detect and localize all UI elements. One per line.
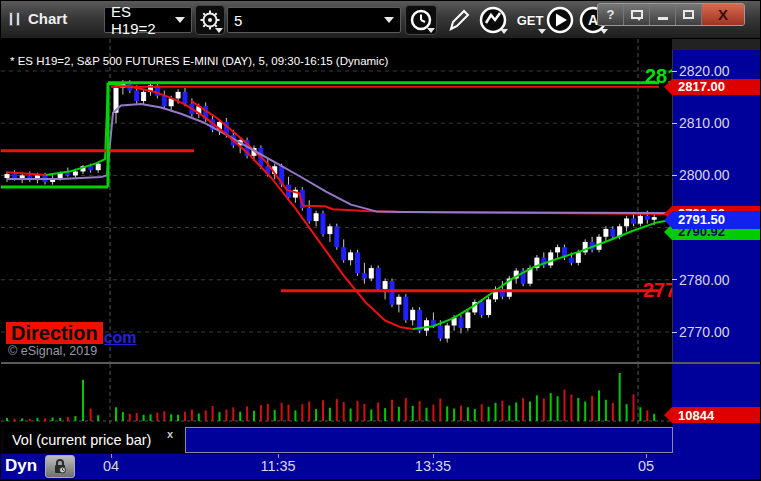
maximize-button[interactable] xyxy=(676,4,702,25)
window-title: Chart xyxy=(28,10,67,27)
pin-window-icon xyxy=(631,10,643,19)
watermark: Directioncom xyxy=(6,322,137,345)
pin-window-button[interactable] xyxy=(624,4,650,25)
help-button[interactable]: ? xyxy=(598,4,624,25)
settings-button[interactable] xyxy=(195,5,225,35)
get-button[interactable]: GET xyxy=(513,5,547,35)
price-axis-label: 2800.00 xyxy=(679,167,730,183)
time-templates-button[interactable] xyxy=(405,5,437,35)
interval-dropdown[interactable]: 5 xyxy=(227,7,401,33)
watermark-box: Direction xyxy=(6,322,103,344)
minimize-icon xyxy=(658,17,668,20)
volume-value-box: 10844 xyxy=(672,407,760,423)
tab-panel xyxy=(185,427,673,453)
study-tab-row: Vol (current price bar) x xyxy=(1,426,761,454)
interval-value: 5 xyxy=(234,12,242,29)
volume-bars xyxy=(6,373,655,421)
price-axis-label: 2780.00 xyxy=(679,272,730,288)
volume-chart-canvas[interactable] xyxy=(1,364,673,426)
close-icon: X xyxy=(718,6,728,23)
chevron-down-icon xyxy=(384,17,394,23)
axis-top-gap xyxy=(672,39,761,50)
close-tab-icon[interactable]: x xyxy=(167,428,173,440)
time-axis-label: 04 xyxy=(103,458,119,474)
tab-row-axis-fill xyxy=(673,426,761,454)
price-level-box: 2791.50 xyxy=(672,211,760,229)
watermark-suffix: com xyxy=(104,329,137,346)
window-controls: ? X xyxy=(597,3,745,26)
play-icon xyxy=(545,5,575,35)
minimize-button[interactable] xyxy=(650,4,676,25)
chevron-down-icon xyxy=(215,28,223,33)
chevron-down-icon xyxy=(175,17,185,23)
chevron-down-icon xyxy=(600,29,608,34)
price-chart-svg xyxy=(1,39,673,362)
draw-tool-button[interactable] xyxy=(444,5,472,35)
price-axis-tick xyxy=(672,279,677,280)
tab-volume-label: Vol (current price bar) xyxy=(12,432,151,448)
time-axis-label: 11:35 xyxy=(260,458,295,474)
get-label: GET xyxy=(517,13,544,28)
play-button[interactable] xyxy=(544,5,576,35)
time-axis-label: 05 xyxy=(638,458,654,474)
candles xyxy=(5,80,657,342)
chevron-down-icon xyxy=(427,28,435,33)
symbol-dropdown[interactable]: ES H19=2 xyxy=(104,7,192,33)
lower-level-label: 277 xyxy=(643,279,673,302)
price-axis-label: 2810.00 xyxy=(679,115,730,131)
title-bar: Chart ES H19=2 5 xyxy=(1,1,761,39)
tab-volume-study[interactable]: Vol (current price bar) x xyxy=(4,427,182,453)
help-icon: ? xyxy=(607,7,615,22)
price-axis-tick xyxy=(672,71,677,72)
dynamic-mode-label: Dyn xyxy=(5,456,37,476)
status-bar: Dyn 0411:3513:3505 xyxy=(1,454,761,479)
chevron-down-icon xyxy=(500,29,508,34)
volume-chart-svg xyxy=(1,364,673,426)
price-axis-tick xyxy=(672,175,677,176)
price-axis-label: 2770.00 xyxy=(679,324,730,340)
padlock-icon xyxy=(52,458,68,475)
time-axis-label: 13:35 xyxy=(415,458,451,474)
maximize-icon xyxy=(683,10,694,19)
pencil-icon xyxy=(445,7,471,33)
symbol-value: ES H19=2 xyxy=(111,3,175,37)
chart-window-icon xyxy=(9,12,23,26)
chart-window: Chart ES H19=2 5 xyxy=(0,0,761,481)
chart-title: * ES H19=2, S&P 500 FUTURES E-MINI (DAY)… xyxy=(10,55,388,67)
copyright-text: © eSignal, 2019 xyxy=(8,344,97,358)
close-button[interactable]: X xyxy=(702,4,744,25)
price-level-box: 2817.00 xyxy=(672,79,760,95)
price-axis-tick xyxy=(672,332,677,333)
levels xyxy=(1,83,659,291)
lock-button[interactable] xyxy=(45,455,75,478)
volume-box-arrow-icon xyxy=(664,407,672,423)
price-box-arrow-icon xyxy=(664,79,672,95)
studies-button[interactable] xyxy=(477,5,509,35)
price-axis-label: 2820.00 xyxy=(679,63,730,79)
price-chart-canvas[interactable]: * ES H19=2, S&P 500 FUTURES E-MINI (DAY)… xyxy=(1,39,673,362)
price-axis-tick xyxy=(672,123,677,124)
price-box-arrow-icon xyxy=(664,212,672,228)
